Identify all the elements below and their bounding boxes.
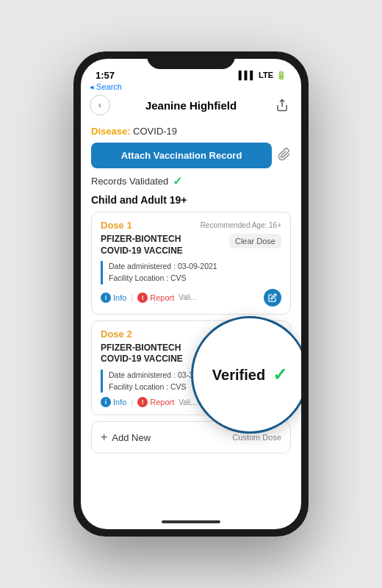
dose-1-edit-button[interactable] [264,289,281,306]
dose-1-report-label: Report [150,293,174,302]
pencil-icon [268,293,277,302]
network-label: LTE [259,71,273,79]
report-circle-icon: ! [137,293,148,303]
dose-1-number: Dose 1 [101,220,132,231]
verified-text: Verified [212,367,265,384]
nav-bar: ‹ Jeanine Highfield [81,93,301,120]
dose-2-info-label: Info [113,398,126,406]
dose-1-vaccine-name: PFIZER-BIONTECH COVID-19 VACCINE [101,234,183,257]
dose-2-report-button[interactable]: ! Report [137,397,174,407]
dose-1-card: Dose 1 Recommended Age: 16+ PFIZER-BIONT… [91,212,291,315]
records-validated-row: Records Validated ✓ [91,174,291,188]
records-label: Records Validated [91,176,168,187]
signal-icon: ▌▌▌ [239,71,256,79]
dose-1-actions: i Info | ! Report Vali... [101,289,281,306]
custom-dose-label: Custom Dose [232,433,281,442]
phone-screen: 1:57 ▌▌▌ LTE 🔋 ◂ Search ‹ Jeanine Highfi… [81,59,301,529]
home-indicator [81,514,301,529]
separator-2: | [131,398,133,406]
status-icons: ▌▌▌ LTE 🔋 [239,71,286,80]
dose-2-valid-text: Vali... [179,398,196,406]
paperclip-icon [278,148,291,164]
dose-1-date: Date administered : 03-09-2021 [109,261,281,273]
verified-overlay: Verified ✓ [191,316,301,434]
dose-1-details: Date administered : 03-09-2021 Facility … [101,261,281,284]
validated-checkmark: ✓ [173,174,182,188]
main-content: Disease: COVID-19 Attach Vaccination Rec… [81,120,301,514]
phone-device: 1:57 ▌▌▌ LTE 🔋 ◂ Search ‹ Jeanine Highfi… [73,51,309,537]
plus-icon: + [101,431,107,444]
dose-1-facility: Facility Location : CVS [109,273,281,284]
dose-1-info-button[interactable]: i Info [101,293,126,303]
verified-checkmark: ✓ [273,365,287,385]
back-search[interactable]: ◂ Search [81,82,301,92]
add-new-label: Add New [112,432,151,443]
attach-row: Attach Vaccination Record [91,143,291,168]
status-time: 1:57 [96,70,115,81]
share-button[interactable] [272,95,292,115]
page-title: Jeanine Highfield [145,99,237,112]
battery-icon: 🔋 [276,71,286,80]
section-title: Child and Adult 19+ [91,194,291,206]
verified-row: Verified ✓ [212,365,287,385]
phone-notch [147,51,235,69]
disease-row: Disease: COVID-19 [91,126,291,137]
disease-label: Disease: [91,126,130,137]
dose-1-recommended: Recommended Age: 16+ [201,221,281,229]
dose-1-clear-button[interactable]: Clear Dose [229,234,281,248]
dose-2-report-label: Report [150,398,174,406]
back-button[interactable]: ‹ [90,95,110,115]
dose-1-header: Dose 1 Recommended Age: 16+ [101,220,281,231]
report-circle-icon-2: ! [137,397,148,407]
attach-vaccination-button[interactable]: Attach Vaccination Record [91,143,272,168]
add-new-left: + Add New [101,431,151,444]
disease-value: COVID-19 [133,126,177,137]
back-icon: ‹ [98,100,101,110]
separator-1: | [131,293,133,302]
info-circle-icon-2: i [101,397,111,407]
dose-1-info-label: Info [113,293,126,302]
dose-2-number: Dose 2 [101,329,132,340]
dose-1-report-button[interactable]: ! Report [137,293,174,303]
home-bar [162,520,220,523]
info-circle-icon: i [101,293,111,303]
share-icon [275,98,289,112]
dose-1-valid-text: Vali... [179,293,196,301]
dose-2-info-button[interactable]: i Info [101,397,126,407]
